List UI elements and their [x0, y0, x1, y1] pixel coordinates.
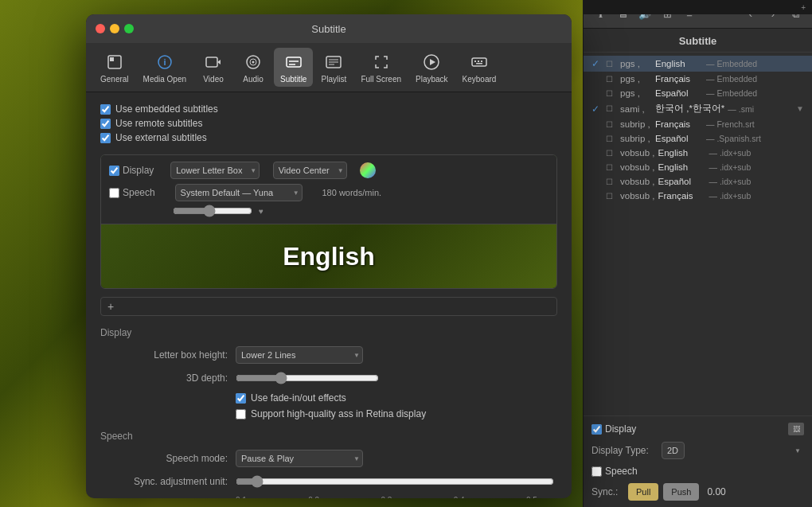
sub-format: sami , [620, 104, 652, 114]
right-display-checkbox[interactable] [591, 424, 602, 435]
sub-source: — Embedded [706, 88, 757, 98]
sub-source: — .idx+sub [709, 177, 751, 186]
words-per-min: 180 words/min. [322, 188, 381, 197]
embedded-subtitle-checkbox[interactable] [100, 104, 111, 115]
keyboard-icon [468, 51, 490, 73]
position-select[interactable]: Lower Letter Box Upper Letter Box Center [170, 162, 260, 179]
traffic-lights [96, 24, 134, 33]
display-section-label: Display [100, 327, 557, 338]
sync-push-button[interactable]: Push [663, 483, 699, 501]
list-item[interactable]: ☐ pgs , Français — Embedded [584, 72, 812, 86]
video-label: Video [203, 75, 223, 84]
sub-lang: Español [655, 134, 703, 143]
title-bar: Subtitle [86, 14, 572, 43]
sub-lang: English [655, 59, 703, 68]
list-item[interactable]: ☐ subrip , Français — French.srt [584, 117, 812, 131]
alignment-select[interactable]: Video Center Left Right [273, 162, 347, 179]
remote-subtitle-checkbox[interactable] [100, 119, 111, 129]
list-item[interactable]: ☐ vobsub , Français — .idx+sub [584, 189, 812, 203]
sub-box-icon: ☐ [606, 120, 617, 129]
list-item[interactable]: ✓ ☐ pgs , English — Embedded [584, 56, 812, 72]
playback-icon [420, 51, 443, 73]
check-icon: ✓ [591, 58, 603, 69]
right-speech-row: Speech [591, 466, 804, 477]
plus-icon[interactable]: + [801, 3, 806, 12]
sync-label: Sync.: [591, 486, 623, 497]
right-panel-bottom: Display 🖼 Display Type: 2D 3D Speech Syn… [584, 415, 812, 507]
toolbar-item-audio[interactable]: Audio [234, 48, 272, 87]
sub-format: vobsub , [620, 162, 654, 172]
toolbar-item-keyboard[interactable]: Keyboard [456, 48, 503, 87]
toolbar-item-video[interactable]: Video [194, 48, 232, 87]
list-item[interactable]: ☐ vobsub , English — .idx+sub [584, 160, 812, 174]
tts-voice-select[interactable]: System Default — Yuna [175, 184, 303, 201]
list-item[interactable]: ☐ subrip , Español — .Spanish.srt [584, 131, 812, 146]
speech-checkbox[interactable] [109, 188, 119, 198]
close-button[interactable] [96, 24, 105, 33]
letter-box-select[interactable]: Lower 2 Lines 1 Line 3 Lines [236, 346, 363, 364]
minimize-button[interactable] [110, 24, 119, 33]
subtitle-icon [283, 51, 305, 73]
sub-lang: 한국어 ,*한국어* [655, 103, 724, 115]
sync-pull-button[interactable]: Pull [628, 483, 658, 501]
sub-source: — .idx+sub [709, 148, 751, 158]
list-item[interactable]: ✓ ☐ sami , 한국어 ,*한국어* — .smi ▼ [584, 100, 812, 117]
top-bar: + [583, 0, 812, 14]
tick-1: 0.2 [308, 496, 319, 498]
window-title: Subtitle [311, 23, 345, 35]
external-subtitle-label: Use external subtitles [115, 132, 207, 143]
sync-row: Sync.: Pull Push 0.00 [591, 483, 804, 501]
playlist-label: Playlist [322, 75, 347, 84]
fade-checkbox[interactable] [236, 393, 246, 404]
list-item[interactable]: ☐ pgs , Español — Embedded [584, 86, 812, 100]
sub-box-icon: ☐ [606, 89, 617, 98]
list-item[interactable]: ☐ vobsub , English — .idx+sub [584, 146, 812, 160]
video-icon [202, 51, 224, 73]
toolbar-item-playback[interactable]: Playback [409, 48, 455, 87]
tick-4: 0.5 sec. [526, 496, 554, 498]
subtitle-options: Use embedded subtitles Use remote subtit… [100, 103, 557, 143]
color-picker-icon[interactable] [360, 162, 376, 178]
sync-adjust-label: Sync. adjustment unit: [100, 476, 228, 487]
fade-option-row: Use fade-in/out effects [236, 392, 557, 404]
right-speech-check: Speech [591, 466, 638, 477]
svg-rect-9 [287, 57, 301, 67]
display-checkbox[interactable] [109, 166, 119, 176]
add-subtitle-bar[interactable]: + [100, 297, 557, 316]
right-speech-checkbox[interactable] [591, 466, 602, 477]
svg-rect-4 [206, 57, 217, 67]
wpm-slider[interactable] [173, 205, 252, 217]
playback-label: Playback [416, 75, 448, 84]
list-item[interactable]: ☐ vobsub , Español — .idx+sub [584, 174, 812, 189]
slider-ticks: 0.1 0.2 0.3 0.4 0.5 sec. [236, 496, 554, 498]
maximize-button[interactable] [124, 24, 134, 33]
toolbar-item-subtitle[interactable]: Subtitle [274, 48, 313, 87]
subtitle-list: ✓ ☐ pgs , English — Embedded ☐ pgs , Fra… [584, 53, 812, 415]
toolbar-item-media-open[interactable]: i Media Open [137, 48, 193, 87]
speech-mode-select[interactable]: Pause & Play Read All Stop [236, 450, 363, 467]
tick-3: 0.4 [454, 496, 465, 498]
media-open-label: Media Open [143, 75, 186, 84]
external-subtitle-checkbox[interactable] [100, 133, 111, 143]
hq-checkbox[interactable] [236, 409, 246, 419]
hq-label: Support high-quality ass in Retina displ… [251, 408, 426, 419]
toolbar-item-general[interactable]: General [94, 48, 135, 87]
toolbar: General i Media Open Video Audio Subtitl… [86, 43, 572, 92]
right-display-check: Display [591, 423, 636, 435]
display-check-group: Display [109, 165, 154, 176]
toolbar-item-playlist[interactable]: Playlist [314, 48, 353, 87]
sub-lang: Español [655, 88, 703, 98]
toolbar-item-fullscreen[interactable]: Full Screen [354, 48, 408, 87]
preview-subtitle-text: English [283, 242, 375, 271]
sync-slider[interactable] [236, 475, 554, 488]
wpm-slider-row: ♥ [173, 205, 548, 217]
sub-source: — Embedded [706, 74, 757, 84]
image-subtitle-icon[interactable]: 🖼 [788, 423, 804, 435]
hq-option-row: Support high-quality ass in Retina displ… [236, 408, 557, 419]
svg-rect-20 [478, 60, 479, 62]
display-type-select[interactable]: 2D 3D [662, 442, 685, 459]
depth-slider[interactable] [236, 372, 379, 384]
letter-box-row: Letter box height: Lower 2 Lines 1 Line … [100, 346, 557, 364]
sync-slider-area [236, 475, 554, 488]
sub-box-icon: ☐ [606, 149, 617, 158]
